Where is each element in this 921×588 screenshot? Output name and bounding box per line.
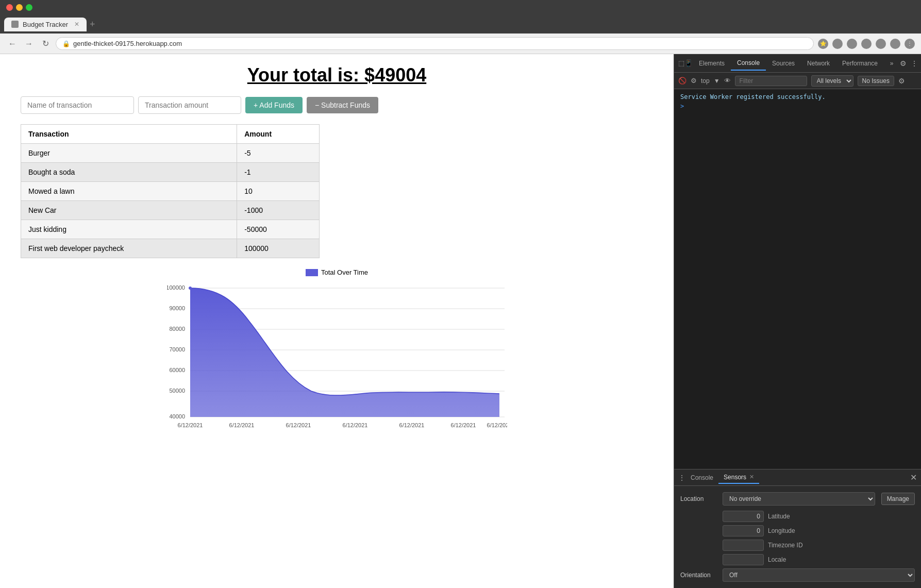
extension-icon-3[interactable] [861,39,872,49]
tab-favicon [11,21,19,28]
svg-text:90000: 90000 [169,305,185,311]
svg-text:6/12/2021: 6/12/2021 [450,422,476,428]
bookmark-icon[interactable]: ⭐ [818,39,828,49]
svg-text:100000: 100000 [167,284,185,291]
location-row: Location No override Manage [680,492,915,506]
devtools-toolbar: 🚫 ⚙ top ▼ 👁 All levels No Issues ⚙ [674,73,921,89]
log-levels-select[interactable]: All levels [811,75,853,87]
no-issues-badge: No Issues [858,76,894,86]
table-row: First web developer paycheck100000 [21,239,320,258]
name-input[interactable] [21,96,134,114]
extension-icon-4[interactable] [876,39,886,49]
more-options-icon[interactable]: ⋮ [905,39,915,49]
extension-icon-2[interactable] [847,39,857,49]
browser-actions: ⭐ ⋮ [818,39,915,49]
timezone-input[interactable] [723,540,764,551]
table-row: Burger-5 [21,144,320,163]
svg-text:6/12/2021: 6/12/2021 [487,422,507,428]
browser-chrome: Budget Tracker ✕ + ← → ↻ 🔒 gentle-thicke… [0,0,921,54]
bottom-tab-console[interactable]: Console [685,472,718,483]
console-filter-input[interactable] [735,76,807,86]
manage-button[interactable]: Manage [881,493,915,505]
devtools-tab-bar: ⬚ 📱 Elements Console Sources Network Per… [674,54,921,73]
devtools-action-icons: ⚙ ⋮ ✕ [900,59,922,68]
console-eye-button[interactable]: 👁 [724,77,731,85]
main-layout: Your total is: $49004 + Add Funds − Subt… [0,54,921,588]
console-prompt[interactable]: > [680,103,684,110]
devtools-tab-elements[interactable]: Elements [693,57,731,70]
svg-point-14 [189,287,192,290]
table-cell-amount: 100000 [237,239,320,258]
clear-console-button[interactable]: 🚫 [678,77,686,85]
context-selector[interactable]: top [701,77,710,85]
timezone-row: Timezone ID [723,540,915,551]
devtools-inspect-button[interactable]: ⬚ [678,59,684,67]
locale-input[interactable] [723,554,764,565]
add-funds-button[interactable]: + Add Funds [245,97,303,113]
sensor-fields: Latitude Longitude Timezone ID Locale [723,511,915,565]
amount-input[interactable] [138,96,241,114]
page-title: Your total is: $49004 [21,64,653,86]
table-row: New Car-1000 [21,201,320,220]
traffic-light-red[interactable] [6,4,13,11]
console-settings-button[interactable]: ⚙ [691,77,697,85]
extension-icon-5[interactable] [890,39,900,49]
svg-text:60000: 60000 [169,367,185,373]
latitude-input[interactable] [723,511,764,522]
table-cell-transaction: New Car [21,201,237,220]
orientation-select[interactable]: Off [723,568,915,582]
subtract-funds-button[interactable]: − Subtract Funds [307,97,378,113]
table-cell-amount: -1000 [237,201,320,220]
table-cell-transaction: Mowed a lawn [21,182,237,201]
devtools-more-icon[interactable]: ⋮ [911,59,918,68]
tab-bar: Budget Tracker ✕ + [0,15,921,33]
bottom-tab-console-label: Console [691,474,713,481]
svg-text:80000: 80000 [169,326,185,332]
active-tab[interactable]: Budget Tracker ✕ [4,18,87,31]
context-dropdown-icon[interactable]: ▼ [714,77,720,85]
devtools-tab-network[interactable]: Network [801,57,836,70]
longitude-input[interactable] [723,525,764,536]
devtools-tab-console[interactable]: Console [731,56,766,71]
bottom-tab-sensors[interactable]: Sensors ✕ [718,472,759,484]
console-message: Service Worker registered successfully. [680,93,915,100]
location-label: Location [680,495,716,502]
address-bar: ← → ↻ 🔒 gentle-thicket-09175.herokuapp.c… [0,33,921,54]
bottom-panel-menu[interactable]: ⋮ [678,474,685,482]
chart-svg: 100000 90000 80000 70000 60000 50000 400… [167,280,507,440]
longitude-label: Longitude [768,527,795,534]
forward-button[interactable]: → [23,38,35,50]
table-cell-transaction: Just kidding [21,220,237,239]
devtools-mobile-button[interactable]: 📱 [684,59,693,67]
table-cell-amount: 10 [237,182,320,201]
url-bar[interactable]: 🔒 gentle-thicket-09175.herokuapp.com [56,37,814,50]
svg-text:70000: 70000 [169,346,185,352]
orientation-label: Orientation [680,572,716,579]
new-tab-button[interactable]: + [90,19,95,30]
url-text: gentle-thicket-09175.herokuapp.com [73,40,182,47]
table-cell-transaction: Bought a soda [21,163,237,182]
reload-button[interactable]: ↻ [39,38,52,50]
transaction-table: Transaction Amount Burger-5Bought a soda… [21,124,320,258]
svg-text:50000: 50000 [169,388,185,394]
close-bottom-panel-button[interactable]: ✕ [910,473,917,482]
table-cell-amount: -50000 [237,220,320,239]
bottom-tab-bar: ⋮ Console Sensors ✕ ✕ [674,469,921,486]
table-cell-amount: -1 [237,163,320,182]
tab-close-button[interactable]: ✕ [74,21,79,28]
devtools-settings-icon[interactable]: ⚙ [900,59,907,68]
traffic-lights [6,4,32,11]
devtools-tab-more[interactable]: » [884,57,900,70]
console-extra-settings[interactable]: ⚙ [898,77,905,85]
table-row: Bought a soda-1 [21,163,320,182]
traffic-light-green[interactable] [26,4,32,11]
traffic-light-yellow[interactable] [16,4,23,11]
devtools-tab-sources[interactable]: Sources [766,57,801,70]
locale-row: Locale [723,554,915,565]
extension-icon-1[interactable] [832,39,843,49]
webpage: Your total is: $49004 + Add Funds − Subt… [0,54,674,588]
bottom-tab-sensors-close[interactable]: ✕ [749,474,754,480]
devtools-tab-performance[interactable]: Performance [836,57,884,70]
location-select[interactable]: No override [723,492,875,506]
back-button[interactable]: ← [6,38,19,50]
